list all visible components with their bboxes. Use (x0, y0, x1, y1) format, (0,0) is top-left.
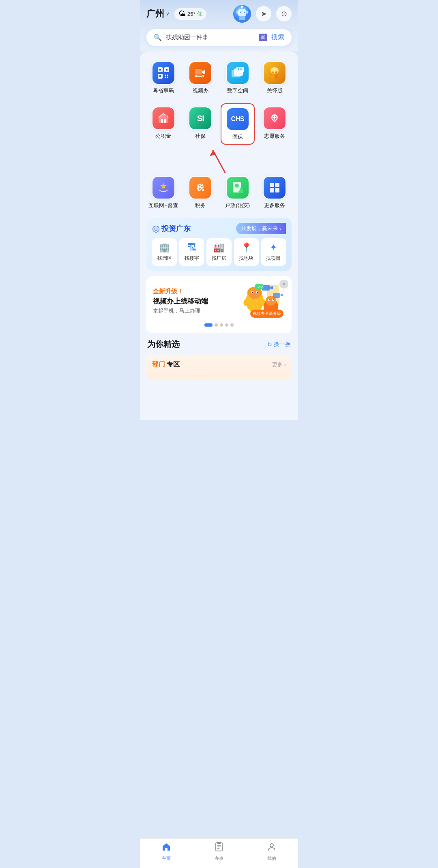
shuiwu-text: 税 (197, 183, 204, 192)
avatar-button[interactable] (233, 5, 251, 23)
weather-badge[interactable]: 🌤 25° 优 (174, 8, 206, 20)
dept-section: 部门 专区 更多 › (146, 355, 292, 379)
nav-item-home[interactable]: 主页 (152, 842, 180, 862)
invest-label-land: 找地块 (239, 255, 253, 262)
banner-dot-2[interactable] (215, 323, 218, 327)
home-icon (161, 842, 171, 854)
scan-button[interactable]: ⊙ (276, 6, 292, 21)
city-name[interactable]: 广州 (146, 8, 164, 20)
banner-dot-4[interactable] (225, 323, 228, 327)
invest-title: 投资广东 (161, 224, 191, 233)
invest-item-land[interactable]: 📍 找地块 (234, 238, 259, 266)
invest-item-project[interactable]: ✦ 找项目 (261, 238, 286, 266)
service-item-gjj[interactable]: 公积金 (146, 103, 180, 145)
service-icon-zhiyuan (263, 107, 286, 130)
nav-item-tasks[interactable]: 办事 (205, 842, 233, 862)
invest-item-factory[interactable]: 🏭 找厂房 (206, 238, 231, 266)
search-tag: 新 (259, 34, 267, 41)
service-item-huzhen[interactable]: 户政(治安) (221, 173, 255, 212)
banner-tag: 全新升级！ (153, 288, 232, 295)
svg-rect-69 (273, 293, 280, 298)
dept-title-dark: 专区 (167, 361, 180, 368)
service-icon-gjj (152, 107, 175, 130)
svg-rect-9 (236, 11, 238, 14)
svg-point-66 (269, 299, 270, 300)
invest-slogan-text: 共发展，赢未来 (241, 225, 278, 232)
banner-section: × 全新升级！ 视频办上线移动端 拿起手机，马上办理 (146, 276, 292, 333)
shebao-text: SI (197, 114, 204, 123)
service-item-more[interactable]: 更多服务 (258, 173, 292, 212)
shebao-icon: SI (189, 107, 211, 129)
service-icon-hulian (152, 176, 175, 199)
main-content: 粤省事码 视频办 (140, 51, 298, 420)
service-grid-row2: 公积金 SI 社保 CHS 医保 (146, 103, 292, 145)
banner-content: 全新升级！ 视频办上线移动端 拿起手机，马上办理 (153, 283, 285, 319)
dept-title-orange: 部门 (152, 361, 165, 368)
invest-grid: 🏢 找园区 🏗 找楼宇 🏭 找厂房 📍 找地块 ✦ 找项目 (152, 238, 286, 266)
service-item-shebao[interactable]: SI 社保 (184, 103, 218, 145)
shuiwu-icon: 税 (189, 177, 211, 199)
service-item-yibao[interactable]: CHS 医保 (221, 103, 255, 145)
invest-header: ◎ 投资广东 共发展，赢未来 › (152, 223, 286, 234)
service-label-zhiyuan: 志愿服务 (264, 133, 285, 140)
chevron-down-icon[interactable]: ∨ (166, 11, 170, 17)
yibao-text: CHS (231, 115, 244, 123)
svg-rect-14 (159, 69, 161, 71)
invest-logo: ◎ 投资广东 (152, 223, 191, 234)
dept-more-button[interactable]: 更多 › (272, 361, 286, 368)
svg-rect-19 (165, 77, 166, 78)
service-label-hulian: 互联网+督查 (148, 202, 178, 209)
search-container: 🔍 扶残助困一件事 新 搜索 (140, 26, 298, 51)
banner-dot-1[interactable] (204, 323, 213, 327)
digital-icon (227, 62, 249, 84)
invest-item-building[interactable]: 🏗 找楼宇 (179, 238, 204, 266)
invest-item-park[interactable]: 🏢 找园区 (152, 238, 177, 266)
banner-dots (153, 323, 285, 327)
banner-dot-5[interactable] (230, 323, 234, 327)
header-left: 广州 ∨ 🌤 25° 优 (146, 8, 206, 20)
air-quality: 优 (197, 10, 202, 17)
service-label-huzhen: 户政(治安) (225, 202, 250, 209)
tasks-icon (214, 842, 224, 854)
search-button[interactable]: 搜索 (271, 33, 284, 42)
recommend-refresh-button[interactable]: ↻ 换一换 (267, 341, 291, 348)
service-icon-yibao: CHS (226, 107, 249, 131)
land-icon: 📍 (241, 242, 252, 253)
nav-item-profile[interactable]: 我的 (258, 842, 286, 862)
svg-rect-51 (275, 183, 279, 187)
svg-point-49 (240, 188, 242, 190)
invest-slogan[interactable]: 共发展，赢未来 › (236, 223, 286, 234)
service-item-zhiyuan[interactable]: 志愿服务 (258, 103, 292, 145)
service-item-digital[interactable]: 数字空间 (221, 58, 255, 98)
service-item-hulian[interactable]: 互联网+督查 (146, 173, 180, 212)
service-item-shuiwu[interactable]: 税 税务 (184, 173, 218, 212)
weather-icon: 🌤 (178, 10, 186, 18)
refresh-icon: ↻ (267, 341, 272, 348)
scan-icon: ⊙ (281, 9, 287, 18)
project-icon: ✦ (270, 242, 277, 253)
svg-point-77 (270, 844, 273, 847)
dept-title: 部门 专区 (152, 360, 180, 369)
invest-label-building: 找楼宇 (185, 255, 199, 262)
search-bar[interactable]: 🔍 扶残助困一件事 新 搜索 (146, 29, 292, 46)
banner-dot-3[interactable] (220, 323, 223, 327)
service-label-shuiwu: 税务 (195, 202, 206, 209)
care-icon (264, 62, 286, 84)
factory-icon: 🏭 (213, 242, 224, 253)
bottom-nav: 主页 办事 我的 (140, 838, 298, 868)
service-item-yueshima[interactable]: 粤省事码 (146, 58, 180, 98)
svg-point-22 (195, 75, 198, 77)
service-icon-care (263, 61, 286, 85)
nav-label-home: 主页 (162, 855, 171, 862)
invest-slogan-arrow: › (279, 226, 281, 232)
svg-rect-20 (167, 77, 168, 78)
yibao-icon: CHS (227, 108, 249, 130)
service-item-care[interactable]: 关怀版 (258, 58, 292, 98)
service-item-video[interactable]: 视频办 (184, 58, 218, 98)
service-icon-digital (226, 61, 249, 85)
banner-badge: 视频办全新升级 (250, 310, 283, 318)
svg-rect-29 (238, 68, 239, 70)
location-button[interactable]: ➤ (256, 6, 271, 21)
banner-image: ✓✓ 视频办全新升级 (232, 283, 285, 319)
service-label-gjj: 公积金 (155, 133, 171, 140)
